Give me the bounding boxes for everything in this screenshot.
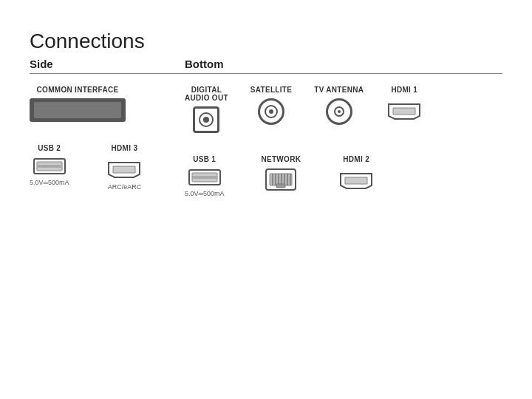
svg-rect-15 (276, 184, 285, 188)
bottom-header: Bottom (185, 58, 502, 74)
digital-audio-icon (193, 106, 219, 133)
usb2-icon (33, 157, 66, 176)
hdmi1-item: HDMI 1 (386, 86, 423, 122)
side-column: Side COMMON INTERFACE USB 2 (30, 58, 185, 197)
hdmi3-icon (106, 157, 143, 180)
usb1-icon (188, 168, 221, 187)
usb1-label: USB 1 (193, 155, 216, 163)
common-interface-item: COMMON INTERFACE (30, 86, 126, 122)
page: Connections Side COMMON INTERFACE USB 2 (0, 0, 532, 212)
network-label: NETWORK (261, 155, 301, 163)
digital-audio-item: DIGITAL AUDIO OUT (185, 86, 228, 133)
satellite-icon (258, 98, 284, 125)
bottom-row2: USB 1 5.0V═500mA NETWORK (185, 155, 502, 197)
usb2-item: USB 2 5.0V═500mA (30, 144, 69, 186)
satellite-item: SATELLITE (250, 86, 292, 125)
bottom-column: Bottom DIGITAL AUDIO OUT SATELLITE (185, 58, 502, 197)
network-icon (265, 168, 297, 191)
hdmi1-icon (386, 98, 423, 122)
hdmi1-label: HDMI 1 (391, 86, 417, 94)
hdmi3-sublabel: ARC/eARC (108, 183, 142, 191)
satellite-label: SATELLITE (250, 86, 292, 94)
hdmi2-item: HDMI 2 (338, 155, 375, 191)
bottom-row1: DIGITAL AUDIO OUT SATELLITE (185, 86, 502, 133)
side-row1: COMMON INTERFACE (30, 86, 185, 122)
network-item: NETWORK (261, 155, 301, 191)
common-interface-icon (30, 98, 126, 122)
hdmi2-label: HDMI 2 (343, 155, 369, 163)
svg-rect-2 (37, 165, 62, 168)
side-header: Side (30, 58, 185, 74)
usb1-sublabel: 5.0V═500mA (185, 190, 224, 197)
hdmi3-item: HDMI 3 ARC/eARC (106, 144, 143, 191)
digital-audio-label: DIGITAL AUDIO OUT (185, 86, 228, 102)
side-row2: USB 2 5.0V═500mA HDMI 3 (30, 144, 185, 191)
svg-rect-5 (192, 176, 217, 179)
common-interface-label: COMMON INTERFACE (37, 86, 119, 94)
tv-antenna-item: TV ANTENNA (314, 86, 364, 125)
usb2-label: USB 2 (38, 144, 61, 152)
tv-antenna-label: TV ANTENNA (314, 86, 364, 94)
hdmi2-icon (338, 168, 375, 191)
columns-container: Side COMMON INTERFACE USB 2 (30, 58, 502, 197)
hdmi3-label: HDMI 3 (112, 144, 138, 152)
usb2-sublabel: 5.0V═500mA (30, 179, 69, 186)
page-title: Connections (30, 30, 502, 53)
tv-antenna-icon (326, 98, 352, 125)
usb1-item: USB 1 5.0V═500mA (185, 155, 224, 197)
